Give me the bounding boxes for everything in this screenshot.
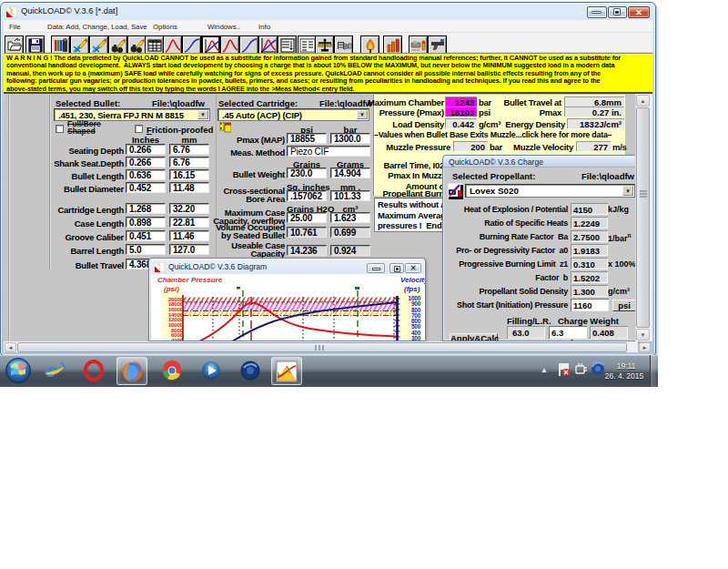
svg-text:e: e	[46, 360, 56, 381]
